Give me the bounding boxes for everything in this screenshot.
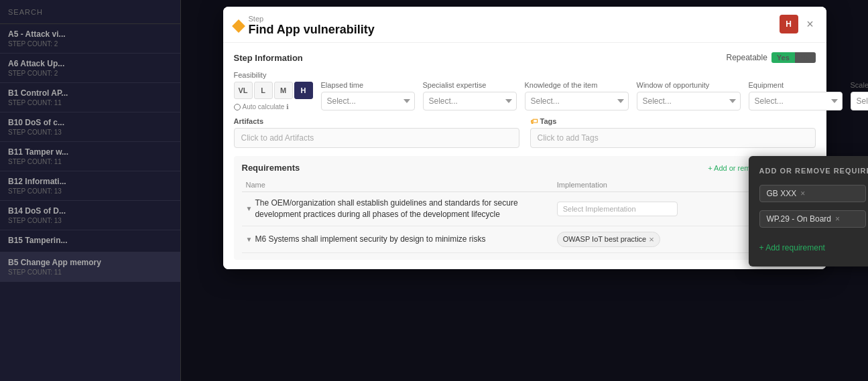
tags-label: 🏷 Tags: [530, 117, 816, 125]
knowledge-item-label: Knowledge of the item: [525, 81, 629, 89]
specialist-expertise-group: Specialist expertise Select...: [423, 81, 517, 110]
req-text-1: The OEM/organization shall establish gui…: [255, 198, 548, 220]
section-info-title: Step Information: [234, 53, 303, 63]
feasibility-h[interactable]: H: [294, 82, 313, 99]
req-panel: ADD OR REMOVE REQUIREMENTS GB XXX × ▾: [749, 156, 869, 266]
toggle-yes[interactable]: Yes: [771, 52, 795, 63]
col-name: Name: [242, 178, 553, 192]
right-panel: Step Find App vulnerability H × Step Inf…: [181, 0, 868, 381]
knowledge-item-select[interactable]: Select...: [525, 92, 629, 110]
elapsed-time-select[interactable]: Select...: [321, 92, 415, 110]
sidebar-search: SEARCH: [0, 0, 180, 24]
info-icon: ℹ: [286, 103, 289, 110]
expand-icon-2[interactable]: ▼ M6 Systems shall implement security by…: [246, 234, 549, 245]
req-tag-text-2: WP.29 - On Board: [767, 214, 832, 224]
avatar-button[interactable]: H: [780, 15, 798, 33]
req-panel-title: ADD OR REMOVE REQUIREMENTS: [759, 167, 869, 175]
auto-calc-radio[interactable]: [234, 104, 241, 110]
elapsed-time-label: Elapsed time: [321, 81, 415, 89]
step-diamond-icon: [232, 19, 245, 33]
feasibility-m[interactable]: M: [274, 82, 293, 99]
req-panel-footer: + Add requirement Clear Apply: [759, 239, 869, 256]
sidebar-item[interactable]: A5 - Attack vi... STEP COUNT: 2: [0, 24, 180, 54]
expand-icon-1[interactable]: ▼ The OEM/organization shall establish g…: [246, 198, 549, 220]
window-opportunity-label: Window of opportunity: [637, 81, 741, 89]
close-button[interactable]: ×: [802, 16, 818, 32]
tags-input[interactable]: Click to add Tags: [530, 128, 816, 148]
modal-title: Find App vulnerability: [249, 23, 375, 37]
sidebar-item[interactable]: B10 DoS of c... STEP COUNT: 13: [0, 112, 180, 142]
auto-calc: Auto calculate ℹ: [234, 103, 313, 110]
artifacts-section: Artifacts Click to add Artifacts: [234, 117, 519, 148]
sidebar-item[interactable]: A6 Attack Up... STEP COUNT: 2: [0, 54, 180, 83]
sidebar-item[interactable]: B14 DoS of D... STEP COUNT: 13: [0, 201, 180, 230]
modal-dialog: Step Find App vulnerability H × Step Inf…: [223, 7, 826, 269]
sidebar-item[interactable]: B12 Informati... STEP COUNT: 13: [0, 171, 180, 201]
add-requirement-button[interactable]: + Add requirement: [759, 243, 825, 252]
step-label: Step: [249, 15, 375, 23]
tags-artifacts-row: Artifacts Click to add Artifacts 🏷 Tags …: [234, 117, 816, 148]
equipment-select[interactable]: Select...: [749, 92, 843, 110]
req-text-2: M6 Systems shall implement security by d…: [255, 234, 485, 245]
req-tag-1: GB XXX ×: [759, 185, 867, 202]
req-panel-row-2: WP.29 - On Board × ▾ M6 Systems shall in…: [759, 210, 869, 228]
req-tag-text-1: GB XXX: [767, 189, 797, 198]
repeatable-label: Repeatable: [726, 53, 767, 62]
req-title: Requirements: [242, 163, 300, 173]
impl-select-1[interactable]: Select Implementation: [557, 202, 678, 216]
repeatable-toggle[interactable]: Yes No: [771, 52, 816, 63]
equipment-group: Equipment Select...: [749, 81, 843, 110]
tag-close-1[interactable]: ×: [800, 189, 805, 198]
window-opportunity-select[interactable]: Select...: [637, 92, 741, 110]
scale-group: Scale Select...: [851, 81, 869, 110]
tags-section: 🏷 Tags Click to add Tags: [530, 117, 816, 148]
elapsed-time-group: Elapsed time Select...: [321, 81, 415, 110]
header-actions: H ×: [780, 15, 818, 33]
sidebar-item[interactable]: B1 Control AP... STEP COUNT: 11: [0, 83, 180, 112]
specialist-expertise-select[interactable]: Select...: [423, 92, 517, 110]
req-panel-row-1: GB XXX × ▾ The OEM/organizati... × ×: [759, 184, 869, 203]
requirement-row-1: ▼ The OEM/organization shall establish g…: [242, 192, 808, 226]
req-header: Requirements + Add or remove requirement…: [242, 163, 808, 173]
artifacts-input[interactable]: Click to add Artifacts: [234, 128, 519, 148]
fields-row: Feasibility VL L M H Auto calculate ℹ: [234, 71, 816, 110]
auto-calc-label: Auto calculate: [243, 103, 285, 110]
sidebar-item[interactable]: B5 Change App memory STEP COUNT: 11: [0, 252, 180, 282]
chip-close-2[interactable]: ×: [649, 234, 654, 244]
specialist-expertise-label: Specialist expertise: [423, 81, 517, 89]
feasibility-label: Feasibility: [234, 71, 313, 79]
repeatable-row: Repeatable Yes No: [726, 52, 815, 63]
modal-header: Step Find App vulnerability H ×: [223, 7, 826, 43]
feasibility-buttons: VL L M H: [234, 82, 313, 99]
equipment-label: Equipment: [749, 81, 843, 89]
feasibility-group: Feasibility VL L M H Auto calculate ℹ: [234, 71, 313, 110]
artifacts-label: Artifacts: [234, 117, 519, 125]
impl-chip-text-2: OWASP IoT best practice: [563, 235, 647, 243]
knowledge-item-group: Knowledge of the item Select...: [525, 81, 629, 110]
sidebar-item[interactable]: B15 Tamperin...: [0, 230, 180, 252]
scale-select[interactable]: Select...: [851, 92, 869, 110]
requirement-row-2: ▼ M6 Systems shall implement security by…: [242, 226, 808, 252]
toggle-no[interactable]: No: [795, 52, 816, 63]
requirements-table: Name Implementation ▼: [242, 178, 808, 253]
sidebar-item[interactable]: B11 Tamper w... STEP COUNT: 11: [0, 142, 180, 171]
modal-overlay: Step Find App vulnerability H × Step Inf…: [181, 0, 868, 381]
req-tag-2: WP.29 - On Board ×: [759, 210, 867, 228]
feasibility-vl[interactable]: VL: [234, 82, 253, 99]
search-label: SEARCH: [8, 8, 43, 16]
requirements-section: Requirements + Add or remove requirement…: [234, 156, 816, 260]
sidebar: SEARCH A5 - Attack vi... STEP COUNT: 2 A…: [0, 0, 181, 381]
scale-label: Scale: [851, 81, 869, 89]
feasibility-l[interactable]: L: [254, 82, 273, 99]
window-opportunity-group: Window of opportunity Select...: [637, 81, 741, 110]
impl-chip-2: OWASP IoT best practice ×: [557, 232, 660, 247]
tag-close-2[interactable]: ×: [835, 214, 840, 224]
modal-body: Step Information Repeatable Yes No: [223, 43, 826, 269]
